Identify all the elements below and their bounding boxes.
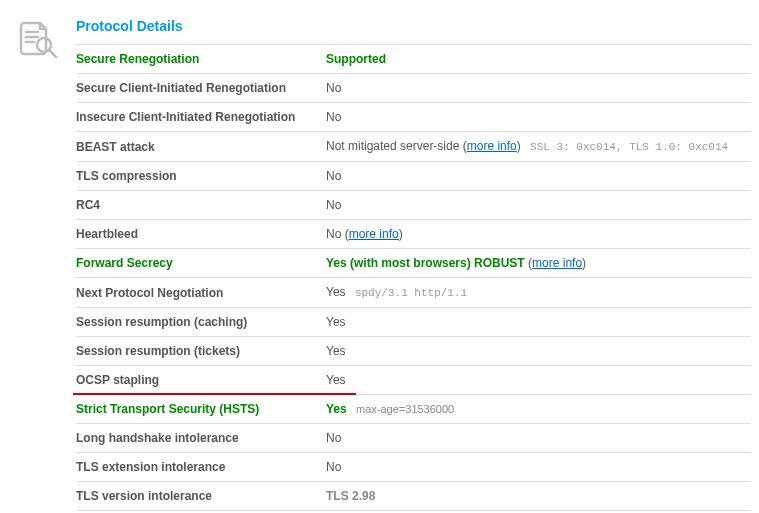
row-value: Yes	[326, 285, 346, 299]
row-label: Session resumption (caching)	[76, 315, 247, 329]
more-info-link[interactable]: more info	[467, 139, 517, 153]
row-value: Not mitigated server-side	[326, 139, 459, 153]
row-value: Yes	[326, 373, 346, 387]
row-label: Insecure Client-Initiated Renegotiation	[76, 110, 295, 124]
row-value: No	[326, 110, 341, 124]
table-row: TLS version intolerance TLS 2.98	[76, 482, 751, 511]
row-value: TLS 2.98	[326, 489, 375, 503]
row-value: No	[326, 81, 341, 95]
table-row: Insecure Client-Initiated Renegotiation …	[76, 103, 751, 132]
protocol-details-table: Secure Renegotiation Supported Secure Cl…	[76, 44, 751, 513]
table-row: Session resumption (tickets) Yes	[76, 337, 751, 366]
row-value: No	[326, 198, 341, 212]
row-label: TLS compression	[76, 169, 177, 183]
table-row: BEAST attack Not mitigated server-side (…	[76, 132, 751, 162]
table-row: Forward Secrecy Yes (with most browsers)…	[76, 249, 751, 278]
table-row: Secure Renegotiation Supported	[76, 45, 751, 74]
row-value: No	[326, 431, 341, 445]
row-label: BEAST attack	[76, 140, 155, 154]
table-row: Heartbleed No (more info)	[76, 220, 751, 249]
svg-line-4	[49, 50, 56, 57]
document-magnify-icon	[16, 20, 58, 62]
row-label: TLS extension intolerance	[76, 460, 225, 474]
section-icon-column	[16, 18, 76, 513]
row-value: Yes	[326, 402, 347, 416]
table-row: Strict Transport Security (HSTS) Yes max…	[76, 395, 751, 424]
protocol-details-content: Protocol Details Secure Renegotiation Su…	[76, 18, 751, 513]
table-row: RC4 No	[76, 191, 751, 220]
row-value: Yes	[326, 315, 346, 329]
row-label: Session resumption (tickets)	[76, 344, 240, 358]
table-row: TLS compression No	[76, 162, 751, 191]
table-row: Session resumption (caching) Yes	[76, 308, 751, 337]
table-row-ocsp: OCSP stapling Yes	[76, 366, 751, 395]
row-value: Supported	[326, 52, 386, 66]
row-label: Heartbleed	[76, 227, 138, 241]
row-label: Long handshake intolerance	[76, 431, 239, 445]
row-label: TLS version intolerance	[76, 489, 212, 503]
row-label: Strict Transport Security (HSTS)	[76, 402, 259, 416]
section-title: Protocol Details	[76, 18, 751, 38]
row-extra: spdy/3.1 http/1.1	[355, 287, 467, 299]
more-info-link[interactable]: more info	[532, 256, 582, 270]
table-row: TLS extension intolerance No	[76, 453, 751, 482]
protocol-details-panel: Protocol Details Secure Renegotiation Su…	[0, 0, 759, 513]
table-row: Secure Client-Initiated Renegotiation No	[76, 74, 751, 103]
row-extra: SSL 3: 0xc014, TLS 1.0: 0xc014	[530, 141, 728, 153]
row-value: Yes	[326, 344, 346, 358]
row-value: No	[326, 460, 341, 474]
row-label: Forward Secrecy	[76, 256, 173, 270]
row-label: RC4	[76, 198, 100, 212]
row-extra: max-age=31536000	[356, 403, 454, 415]
row-value: No	[326, 169, 341, 183]
row-label: Next Protocol Negotiation	[76, 286, 223, 300]
highlight-underline-icon	[326, 393, 356, 395]
row-value: No	[326, 227, 341, 241]
highlight-underline-icon	[73, 393, 326, 395]
table-row: Next Protocol Negotiation Yes spdy/3.1 h…	[76, 278, 751, 308]
table-row: Long handshake intolerance No	[76, 424, 751, 453]
more-info-link[interactable]: more info	[349, 227, 399, 241]
row-label: Secure Renegotiation	[76, 52, 199, 66]
row-label: Secure Client-Initiated Renegotiation	[76, 81, 286, 95]
row-label: OCSP stapling	[76, 373, 159, 387]
row-value: Yes (with most browsers) ROBUST	[326, 256, 525, 270]
